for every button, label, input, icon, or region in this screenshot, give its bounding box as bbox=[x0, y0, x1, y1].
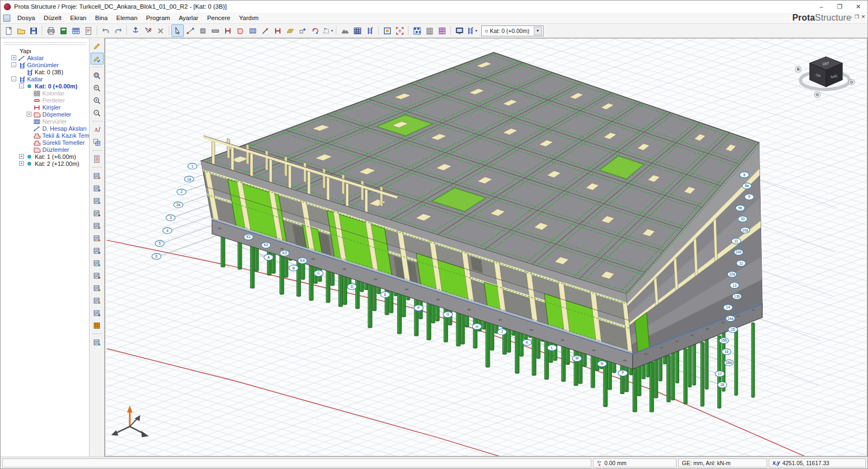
toolbar-button-redo[interactable] bbox=[112, 24, 124, 37]
menu-bina[interactable]: Bina bbox=[91, 14, 112, 22]
tree-item-nervürler[interactable]: Nervürler bbox=[1, 118, 89, 125]
vtb-button-storey-9[interactable] bbox=[91, 269, 104, 281]
toolbar-button-image[interactable] bbox=[339, 24, 351, 37]
tree-expander[interactable]: + bbox=[27, 112, 31, 117]
tree-item-yapı[interactable]: Yapı bbox=[1, 47, 89, 54]
toolbar-button-report[interactable] bbox=[82, 24, 94, 37]
tree-item-kolonlar[interactable]: Kolonlar bbox=[1, 89, 89, 97]
close-button[interactable]: ✕ bbox=[849, 1, 867, 12]
tree-item-d-hesap-aksları[interactable]: *D. Hesap Aksları bbox=[1, 125, 89, 132]
menu-pencere[interactable]: Pencere bbox=[203, 14, 235, 22]
vtb-button-storey-settings[interactable] bbox=[91, 319, 104, 331]
toolbar-button-new[interactable] bbox=[2, 24, 15, 37]
menu-düzelt[interactable]: Düzelt bbox=[40, 14, 66, 22]
tree-item-kat-0-3b-[interactable]: *Kat: 0 (3B) bbox=[1, 68, 89, 75]
toolbar-button-select[interactable] bbox=[171, 24, 184, 37]
tree-item-perdeler[interactable]: Perdeler bbox=[1, 97, 89, 104]
tree-item-tekil-kazık-temeller[interactable]: Tekil & Kazık Temeller bbox=[1, 132, 89, 139]
vtb-button-storey-2[interactable] bbox=[91, 182, 104, 194]
toolbar-button-rotate[interactable] bbox=[309, 24, 321, 37]
tree-expander[interactable]: - bbox=[19, 83, 24, 88]
toolbar-button-detail-a[interactable] bbox=[381, 24, 393, 37]
storey-combo[interactable]: oKat: 0 (+0.00m)▼ bbox=[481, 25, 544, 36]
toolbar-button-delete[interactable] bbox=[154, 24, 167, 37]
tree-expander[interactable]: + bbox=[19, 161, 24, 166]
toolbar-button-deselect[interactable] bbox=[142, 24, 154, 37]
tree-item-kat-1-6-00m-[interactable]: +Kat: 1 (+6.00m) bbox=[1, 153, 89, 160]
vtb-button-storey-7[interactable] bbox=[91, 245, 104, 256]
tree-item-döşemeler[interactable]: +Döşemeler bbox=[1, 111, 89, 118]
menu-ayarlar[interactable]: Ayarlar bbox=[174, 14, 202, 22]
toolbar-button-data-table[interactable] bbox=[69, 24, 82, 37]
vtb-button-storey-1[interactable] bbox=[91, 170, 104, 182]
toolbar-button-draw-column[interactable] bbox=[196, 24, 209, 37]
toolbar-button-print[interactable] bbox=[44, 24, 57, 37]
panel-grip[interactable] bbox=[4, 42, 86, 45]
tree-item-katlar[interactable]: -*Katlar bbox=[1, 75, 89, 82]
vtb-button-storey-8[interactable] bbox=[91, 257, 104, 269]
mdi-window-controls[interactable]: -❐✕ bbox=[851, 14, 865, 20]
minimize-button[interactable]: – bbox=[812, 1, 831, 12]
vtb-button-storey-12[interactable] bbox=[91, 307, 104, 319]
tree-expander[interactable]: + bbox=[11, 55, 16, 60]
toolbar-button-insert-node[interactable] bbox=[296, 24, 309, 37]
toolbar-button-draw-beam-2[interactable] bbox=[271, 24, 284, 37]
vtb-button-zoom-extents[interactable] bbox=[91, 94, 104, 106]
toolbar-button-save[interactable] bbox=[27, 24, 40, 37]
mdi-document-icon[interactable] bbox=[3, 15, 10, 22]
toolbar-button-pattern-a[interactable] bbox=[411, 24, 423, 37]
vtb-button-storey-5[interactable] bbox=[91, 220, 104, 232]
vtb-button-zoom-dynamic[interactable] bbox=[91, 107, 104, 119]
menu-ekran[interactable]: Ekran bbox=[66, 14, 91, 22]
tree-item-kat-0-0-00m-[interactable]: -Kat: 0 (+0.00m) bbox=[1, 82, 89, 89]
tree-item-sürekli-temeller[interactable]: Sürekli Temeller bbox=[1, 139, 89, 146]
vtb-button-storey-3[interactable] bbox=[91, 195, 104, 207]
vtb-button-storey-6[interactable] bbox=[91, 232, 104, 244]
vtb-button-zoom-window[interactable] bbox=[91, 69, 104, 81]
tree-expander[interactable]: - bbox=[11, 62, 16, 67]
tree-item-görünümler[interactable]: -*Görünümler bbox=[1, 61, 89, 68]
tree-item-düzlemler[interactable]: Düzlemler bbox=[1, 146, 89, 153]
toolbar-button-draw-hatch[interactable] bbox=[284, 24, 296, 37]
tree-item-kat-2-12-00m-[interactable]: +Kat: 2 (+12.00m) bbox=[1, 160, 89, 167]
toolbar-button-draw-ribbed-slab[interactable] bbox=[246, 24, 259, 37]
vtb-button-storey-4[interactable] bbox=[91, 207, 104, 219]
restore-button[interactable]: ❐ bbox=[831, 1, 849, 12]
toolbar-button-undo[interactable] bbox=[99, 24, 112, 37]
toolbar-button-draw-slab[interactable] bbox=[234, 24, 246, 37]
toolbar-button-axis-tool[interactable] bbox=[129, 24, 142, 37]
vtb-button-measure[interactable]: A bbox=[91, 124, 104, 136]
3d-scene[interactable]: 88a99b1010a1111b1212a1313b1414a1515b1616… bbox=[105, 38, 867, 456]
menu-program[interactable]: Program bbox=[142, 14, 174, 22]
tree-item-akslar[interactable]: +*Akslar bbox=[1, 54, 89, 61]
vtb-button-storey-lock[interactable] bbox=[91, 336, 104, 348]
toolbar-button-draw-beam[interactable] bbox=[221, 24, 234, 37]
toolbar-button-draw-axis[interactable] bbox=[184, 24, 196, 37]
vtb-button-storey-10[interactable] bbox=[91, 282, 104, 294]
vtb-button-copy-table[interactable] bbox=[91, 136, 104, 148]
tree-expander[interactable]: + bbox=[19, 154, 24, 159]
menu-yardım[interactable]: Yardım bbox=[234, 14, 263, 22]
toolbar-button-pattern-b[interactable] bbox=[436, 24, 448, 37]
toolbar-button-frame-view[interactable] bbox=[351, 24, 363, 37]
toolbar-button-building-view[interactable] bbox=[423, 24, 436, 37]
menu-dosya[interactable]: Dosya bbox=[13, 14, 40, 22]
vtb-button-zoom-previous[interactable] bbox=[91, 82, 104, 94]
tree-item-kirişler[interactable]: Kirişler bbox=[1, 104, 89, 111]
vtb-button-report-template[interactable] bbox=[91, 153, 104, 165]
toolbar-button-elevation-view[interactable]: * bbox=[363, 24, 376, 37]
model-viewport[interactable]: 88a99b1010a1111b1212a1313b1414a1515b1616… bbox=[105, 38, 867, 457]
menu-eleman[interactable]: Eleman bbox=[112, 14, 142, 22]
toolbar-button-export[interactable] bbox=[57, 24, 69, 37]
toolbar-button-draw-incline[interactable] bbox=[259, 24, 271, 37]
toolbar-button-draw-polyline[interactable]: ▾ bbox=[321, 24, 334, 37]
toolbar-button-draw-wall[interactable] bbox=[209, 24, 221, 37]
vtb-button-draw[interactable] bbox=[91, 40, 104, 52]
toolbar-button-storey-manager[interactable]: *▾ bbox=[465, 24, 478, 37]
toolbar-button-detail-b[interactable] bbox=[393, 24, 406, 37]
vtb-button-draw-select[interactable] bbox=[91, 53, 104, 65]
vtb-button-storey-11[interactable] bbox=[91, 294, 104, 306]
toolbar-button-display[interactable] bbox=[453, 24, 465, 37]
tree-expander[interactable]: - bbox=[11, 76, 16, 81]
toolbar-button-open[interactable] bbox=[15, 24, 27, 37]
